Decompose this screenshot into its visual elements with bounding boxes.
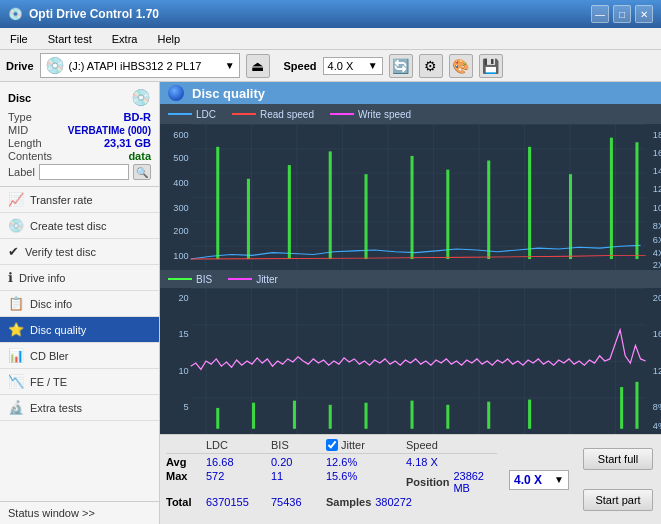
jitter-checkbox[interactable] bbox=[326, 439, 338, 451]
svg-rect-68 bbox=[635, 382, 638, 429]
sidebar-item-drive-info[interactable]: ℹ Drive info bbox=[0, 265, 159, 291]
drive-selector[interactable]: 💿 (J:) ATAPI iHBS312 2 PL17 ▼ bbox=[40, 53, 240, 78]
pos-label: Position bbox=[406, 476, 449, 488]
settings-button[interactable]: ⚙ bbox=[419, 54, 443, 78]
drive-value: (J:) ATAPI iHBS312 2 PL17 bbox=[69, 60, 202, 72]
status-window-button[interactable]: Status window >> bbox=[0, 501, 159, 524]
extra-tests-label: Extra tests bbox=[30, 402, 82, 414]
svg-rect-34 bbox=[528, 147, 531, 259]
cd-bler-label: CD Bler bbox=[30, 350, 69, 362]
svg-rect-59 bbox=[252, 403, 255, 429]
transfer-rate-icon: 📈 bbox=[8, 192, 24, 207]
bis-legend-label: BIS bbox=[196, 274, 212, 285]
total-ldc: 6370155 bbox=[206, 496, 271, 508]
toolbar: Drive 💿 (J:) ATAPI iHBS312 2 PL17 ▼ ⏏ Sp… bbox=[0, 50, 661, 82]
svg-rect-0 bbox=[191, 124, 646, 270]
top-chart: 600 500 400 300 200 100 18X 16X 14X 12X … bbox=[160, 124, 661, 270]
sidebar-item-cd-bler[interactable]: 📊 CD Bler bbox=[0, 343, 159, 369]
avg-bis: 0.20 bbox=[271, 456, 326, 468]
avg-speed: 4.18 X bbox=[406, 456, 486, 468]
minimize-button[interactable]: — bbox=[591, 5, 609, 23]
menu-file[interactable]: File bbox=[4, 31, 34, 47]
write-legend-label: Write speed bbox=[358, 109, 411, 120]
start-full-button[interactable]: Start full bbox=[583, 448, 653, 470]
start-part-button[interactable]: Start part bbox=[583, 489, 653, 511]
disc-header-label: Disc bbox=[8, 92, 31, 104]
save-button[interactable]: 💾 bbox=[479, 54, 503, 78]
title-bar: 💿 Opti Drive Control 1.70 — □ ✕ bbox=[0, 0, 661, 28]
transfer-rate-label: Transfer rate bbox=[30, 194, 93, 206]
avg-label: Avg bbox=[166, 456, 206, 468]
svg-rect-32 bbox=[446, 170, 449, 259]
eject-button[interactable]: ⏏ bbox=[246, 54, 270, 78]
app-title: Opti Drive Control 1.70 bbox=[29, 7, 159, 21]
svg-text:8%: 8% bbox=[653, 402, 661, 412]
sidebar-item-create-test-disc[interactable]: 💿 Create test disc bbox=[0, 213, 159, 239]
create-test-disc-label: Create test disc bbox=[30, 220, 106, 232]
sidebar-item-disc-quality[interactable]: ⭐ Disc quality bbox=[0, 317, 159, 343]
speed-selector[interactable]: 4.0 X ▼ bbox=[323, 57, 383, 75]
max-label: Max bbox=[166, 470, 206, 494]
total-bis: 75436 bbox=[271, 496, 326, 508]
main-content: Disc quality LDC Read speed Write speed bbox=[160, 82, 661, 524]
speed-label: Speed bbox=[284, 60, 317, 72]
ldc-legend-label: LDC bbox=[196, 109, 216, 120]
jitter-header-label: Jitter bbox=[341, 439, 365, 451]
stats-avg-row: Avg 16.68 0.20 12.6% 4.18 X bbox=[166, 456, 497, 468]
refresh-button[interactable]: 🔄 bbox=[389, 54, 413, 78]
svg-rect-31 bbox=[411, 156, 414, 259]
maximize-button[interactable]: □ bbox=[613, 5, 631, 23]
label-button[interactable]: 🔍 bbox=[133, 164, 151, 180]
mid-label: MID bbox=[8, 124, 28, 136]
disc-icon: 💿 bbox=[131, 88, 151, 107]
svg-text:5: 5 bbox=[184, 402, 189, 412]
drive-info-label: Drive info bbox=[19, 272, 65, 284]
sidebar-item-fe-te[interactable]: 📉 FE / TE bbox=[0, 369, 159, 395]
stats-speed-selector[interactable]: 4.0 X ▼ bbox=[509, 470, 569, 490]
stats-table-container: LDC BIS Jitter Speed Avg 16.68 0.20 12.6… bbox=[160, 435, 503, 524]
sidebar-nav: 📈 Transfer rate 💿 Create test disc ✔ Ver… bbox=[0, 187, 159, 501]
svg-text:16X: 16X bbox=[653, 148, 661, 157]
disc-info-icon: 📋 bbox=[8, 296, 24, 311]
menu-start-test[interactable]: Start test bbox=[42, 31, 98, 47]
svg-rect-65 bbox=[487, 402, 490, 429]
sidebar-item-extra-tests[interactable]: 🔬 Extra tests bbox=[0, 395, 159, 421]
close-button[interactable]: ✕ bbox=[635, 5, 653, 23]
samples-cell: Samples 380272 bbox=[326, 496, 406, 508]
svg-rect-36 bbox=[610, 138, 613, 259]
read-legend-label: Read speed bbox=[260, 109, 314, 120]
max-ldc: 572 bbox=[206, 470, 271, 494]
palette-button[interactable]: 🎨 bbox=[449, 54, 473, 78]
svg-text:10X: 10X bbox=[653, 203, 661, 212]
sidebar-item-transfer-rate[interactable]: 📈 Transfer rate bbox=[0, 187, 159, 213]
sidebar-item-verify-test-disc[interactable]: ✔ Verify test disc bbox=[0, 239, 159, 265]
buttons-section: Start full Start part bbox=[575, 435, 661, 524]
menu-extra[interactable]: Extra bbox=[106, 31, 144, 47]
svg-text:12%: 12% bbox=[653, 365, 661, 375]
svg-text:20%: 20% bbox=[653, 292, 661, 302]
bis-legend-color bbox=[168, 278, 192, 280]
position-cell: Position 23862 MB bbox=[406, 470, 486, 494]
svg-rect-33 bbox=[487, 161, 490, 260]
svg-text:300: 300 bbox=[173, 203, 189, 212]
svg-text:6X: 6X bbox=[653, 235, 661, 244]
speed-section: 4.0 X ▼ bbox=[503, 435, 575, 524]
sidebar: Disc 💿 Type BD-R MID VERBATIMe (000) Len… bbox=[0, 82, 160, 524]
length-value: 23,31 GB bbox=[104, 137, 151, 149]
verify-test-disc-icon: ✔ bbox=[8, 244, 19, 259]
max-jitter: 15.6% bbox=[326, 470, 406, 494]
menu-bar: File Start test Extra Help bbox=[0, 28, 661, 50]
label-input[interactable] bbox=[39, 164, 129, 180]
jitter-legend-color bbox=[228, 278, 252, 280]
fe-te-icon: 📉 bbox=[8, 374, 24, 389]
jitter-header-cell: Jitter bbox=[326, 439, 406, 451]
avg-jitter: 12.6% bbox=[326, 456, 406, 468]
sidebar-item-disc-info[interactable]: 📋 Disc info bbox=[0, 291, 159, 317]
menu-help[interactable]: Help bbox=[151, 31, 186, 47]
svg-text:4%: 4% bbox=[653, 421, 661, 431]
drive-label: Drive bbox=[6, 60, 34, 72]
ldc-header: LDC bbox=[206, 439, 271, 451]
extra-tests-icon: 🔬 bbox=[8, 400, 24, 415]
svg-rect-62 bbox=[364, 403, 367, 429]
stats-header: LDC BIS Jitter Speed bbox=[166, 439, 497, 454]
